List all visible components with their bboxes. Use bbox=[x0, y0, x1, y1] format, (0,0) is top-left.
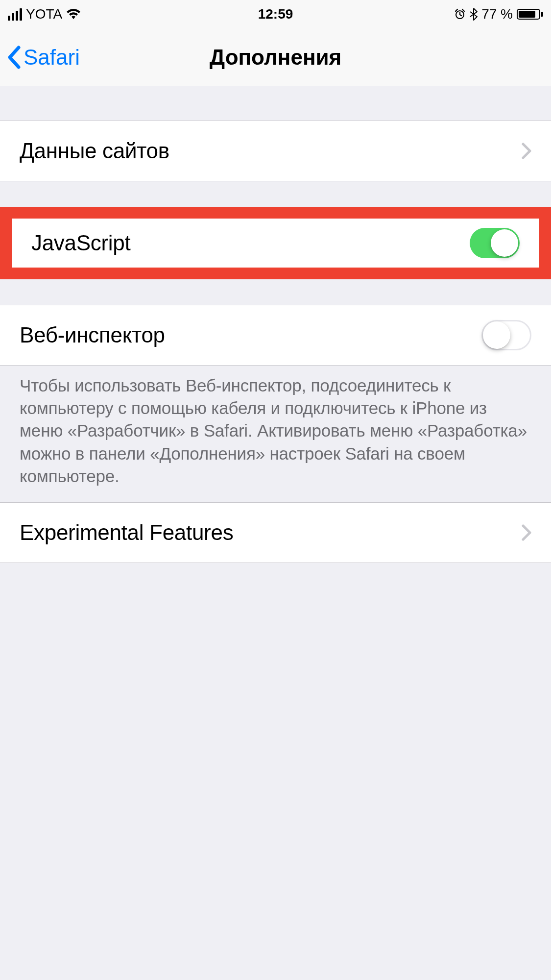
navigation-bar: Safari Дополнения bbox=[0, 28, 551, 86]
group-spacer bbox=[0, 279, 551, 305]
group-spacer bbox=[0, 86, 551, 121]
javascript-row-highlight: JavaScript bbox=[0, 207, 551, 279]
status-left: YOTA bbox=[8, 6, 81, 22]
page-title: Дополнения bbox=[0, 45, 551, 70]
cellular-signal-icon bbox=[8, 8, 22, 21]
javascript-row[interactable]: JavaScript bbox=[12, 219, 539, 268]
back-label: Safari bbox=[24, 45, 80, 70]
bluetooth-icon bbox=[470, 8, 478, 21]
battery-percent: 77 % bbox=[481, 6, 513, 22]
status-right: 77 % bbox=[454, 6, 543, 22]
web-inspector-label: Веб-инспектор bbox=[20, 323, 165, 347]
chevron-left-icon bbox=[7, 46, 22, 69]
back-button[interactable]: Safari bbox=[0, 45, 80, 70]
group-spacer bbox=[0, 181, 551, 207]
web-inspector-row[interactable]: Веб-инспектор bbox=[0, 305, 551, 366]
javascript-label: JavaScript bbox=[31, 231, 130, 255]
chevron-right-icon bbox=[522, 524, 531, 541]
chevron-right-icon bbox=[522, 143, 531, 159]
experimental-features-label: Experimental Features bbox=[20, 520, 233, 545]
status-bar: YOTA 12:59 77 % bbox=[0, 0, 551, 28]
web-inspector-toggle[interactable] bbox=[481, 320, 531, 350]
website-data-label: Данные сайтов bbox=[20, 139, 169, 163]
battery-icon bbox=[517, 9, 543, 20]
wifi-icon bbox=[66, 9, 81, 20]
carrier-label: YOTA bbox=[26, 6, 62, 22]
web-inspector-footer: Чтобы использовать Веб-инспектор, подсое… bbox=[0, 366, 551, 502]
toggle-knob bbox=[491, 229, 518, 257]
javascript-toggle[interactable] bbox=[470, 228, 520, 258]
alarm-icon bbox=[454, 8, 466, 20]
experimental-features-row[interactable]: Experimental Features bbox=[0, 502, 551, 563]
website-data-row[interactable]: Данные сайтов bbox=[0, 121, 551, 181]
toggle-knob bbox=[483, 321, 510, 349]
